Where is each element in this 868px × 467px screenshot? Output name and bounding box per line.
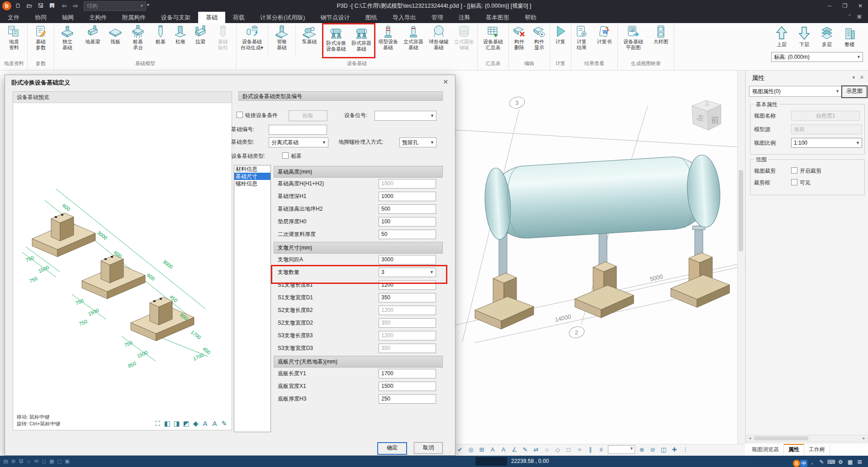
垫层厚度H0-input[interactable]: 100 (379, 217, 436, 226)
ribbon-button-大样图[interactable]: 大样图 (648, 23, 674, 51)
frame-icon[interactable]: ◻ (40, 456, 48, 467)
checkbox-icon[interactable] (237, 112, 243, 118)
menu-tab-图纸[interactable]: 图纸 (358, 12, 385, 23)
menu-tab-基础[interactable]: 基础 (198, 12, 225, 23)
ribbon-button-设备基础汇总表[interactable]: 设备基础汇总表 (478, 23, 508, 51)
workset-combo[interactable]: 结构 ▼ (84, 1, 146, 11)
ribbon-button-基础参数[interactable]: 基础参数 (28, 23, 53, 51)
基础顶高出地坪H2-input[interactable]: 500 (379, 204, 436, 214)
checkbox-icon[interactable] (282, 152, 289, 159)
text-a2-icon[interactable]: A (210, 420, 219, 427)
qat-more-icon[interactable]: ▾ (147, 2, 149, 7)
dock-tab-工作树[interactable]: 工作树 (804, 444, 830, 456)
底板长度Y1-input[interactable]: 1700 (379, 369, 436, 378)
check-icon[interactable]: ✔ (455, 444, 465, 455)
pen-icon[interactable]: ✎ (520, 444, 531, 455)
底板宽度X1-input[interactable]: 1500 (379, 382, 436, 391)
keyboard-icon[interactable]: ⌨ (826, 457, 836, 467)
more-icon[interactable]: ⊞ (855, 457, 864, 467)
diamond-icon[interactable]: ◇ (552, 444, 563, 455)
panel-dropdown-icon[interactable]: ▾ (852, 75, 855, 80)
menu-tab-主构件[interactable]: 主构件 (81, 12, 114, 23)
shade-icon[interactable]: ◆ (191, 420, 200, 428)
slash-icon[interactable]: ⊘ (647, 444, 658, 455)
menu-tab-设备与支架[interactable]: 设备与支架 (153, 12, 198, 23)
menu-tab-钢节点设计[interactable]: 钢节点设计 (313, 12, 358, 23)
menu-tab-轴网[interactable]: 轴网 (54, 12, 81, 23)
menu-tab-文件[interactable]: 文件 (0, 12, 27, 23)
menu-tab-附属构件[interactable]: 附属构件 (114, 12, 153, 23)
front-view-icon[interactable]: ◨ (172, 420, 181, 428)
底板厚度H3-input[interactable]: 250 (379, 394, 436, 404)
new-file-icon[interactable]: 🗋 (14, 1, 23, 10)
menu-tab-基本图形[interactable]: 基本图形 (478, 12, 517, 23)
ribbon-button-拉梁[interactable]: 拉梁 (190, 23, 210, 51)
minimize-button[interactable]: ─ (822, 0, 837, 12)
table-icon[interactable]: ▦ (48, 456, 56, 467)
list-item-基础尺寸[interactable]: 基础尺寸 (234, 173, 270, 180)
sogou-icon[interactable]: S (793, 460, 800, 467)
category-list[interactable]: 材料信息基础尺寸螺栓信息 (234, 165, 271, 432)
ribbon-button-上层[interactable]: 上层 (771, 26, 792, 48)
ribbon-button-柱墩[interactable]: 柱墩 (171, 23, 190, 51)
save-icon[interactable]: 🖫 (36, 1, 45, 10)
ribbon-button-卧式冷换设备基础[interactable]: 卧式冷换设备基础 (323, 24, 349, 57)
pile-checkbox[interactable]: 桩基 (282, 151, 302, 161)
pen-icon[interactable]: ✎ (817, 457, 826, 467)
layers-icon[interactable]: ▣ (63, 456, 71, 467)
prop-check-开启裁剪[interactable]: 开启裁剪 (791, 166, 821, 176)
home-icon[interactable]: ⌂ (25, 456, 33, 467)
save-icon[interactable]: 🖫 (17, 456, 25, 467)
ribbon-button-立式容器基础[interactable]: 立式容器基础 (401, 23, 426, 51)
list-item-螺栓信息[interactable]: 螺栓信息 (234, 180, 270, 187)
close-button[interactable]: ✕ (853, 0, 868, 12)
preview-drawing[interactable]: 600 3000 600 600 3000 450 850 750 1500 7… (13, 103, 231, 429)
ribbon-button-桩基[interactable]: 桩基 (151, 23, 171, 51)
S1支墩宽度D1-input[interactable]: 350 (379, 293, 436, 302)
gear-icon[interactable]: ⚙ (836, 457, 845, 467)
canvas-vertical-scrollbar[interactable] (737, 71, 745, 444)
punct-icon[interactable]: ， (807, 457, 817, 467)
ribbon-button-构件显示[interactable]: 构件显示 (529, 23, 549, 51)
ok-button[interactable]: 确定 (377, 442, 407, 455)
ribbon-button-筏板[interactable]: 筏板 (105, 23, 125, 51)
menu-tab-注释[interactable]: 注释 (451, 12, 478, 23)
ribbon-button-计算书[interactable]: W计算书 (592, 23, 617, 51)
rect-icon[interactable]: □ (563, 444, 574, 455)
ribbon-button-整楼[interactable]: 整楼 (839, 26, 860, 48)
toolbar-more-icon[interactable]: ⋮ (680, 444, 691, 455)
menu-tab-帮助[interactable]: 帮助 (517, 12, 544, 23)
list-item-材料信息[interactable]: 材料信息 (234, 165, 270, 173)
doc-icon[interactable]: ▤ (2, 456, 9, 467)
ribbon-button-计算[interactable]: 计算 (550, 23, 570, 51)
ribbon-button-构件删除[interactable]: 构件删除 (509, 23, 529, 51)
measure-icon[interactable]: ✎ (219, 420, 229, 428)
open-file-icon[interactable]: 🗁 (25, 1, 34, 10)
menu-tab-管理[interactable]: 管理 (424, 12, 451, 23)
menu-tab-导入导出[interactable]: 导入导出 (385, 12, 424, 23)
prop-value-视图比例[interactable]: 1:100▼ (791, 138, 862, 148)
add-icon[interactable]: ✚ (669, 444, 680, 455)
save-as-icon[interactable]: 🖪 (47, 1, 57, 10)
grid-icon[interactable]: ⊞ (9, 456, 17, 467)
box-icon[interactable]: ▢ (56, 456, 63, 467)
code-input[interactable] (269, 125, 327, 135)
ribbon-button-球形储罐基础[interactable]: 球形储罐基础 (426, 23, 451, 51)
ribbon-button-多层[interactable]: 多层 (816, 26, 837, 48)
parallel-icon[interactable]: ∥ (585, 444, 596, 455)
mail-icon[interactable]: ✉ (33, 456, 40, 467)
scroll-left-icon[interactable]: ◄ (747, 435, 753, 441)
menu-tab-协同[interactable]: 协同 (27, 12, 54, 23)
plus-icon[interactable]: ⊕ (636, 444, 647, 455)
ribbon-button-下层[interactable]: 下层 (794, 26, 815, 48)
ribbon-button-管墩基础[interactable]: 管墩基础 (269, 23, 294, 51)
ribbon-collapse-icon[interactable]: ⌃ (848, 14, 852, 19)
ribbon-button-地基梁[interactable]: 地基梁 (80, 23, 105, 51)
text-a2-icon[interactable]: A (498, 444, 509, 455)
panel-icon[interactable]: ◫ (658, 444, 669, 455)
redo-icon[interactable]: ⇨ (71, 1, 80, 10)
iso-view-icon[interactable]: ◧ (162, 420, 172, 428)
top-view-icon[interactable]: ◩ (181, 420, 191, 428)
schematic-button[interactable]: 示意图 (841, 85, 868, 98)
menu-tab-荷载[interactable]: 荷载 (225, 12, 252, 23)
